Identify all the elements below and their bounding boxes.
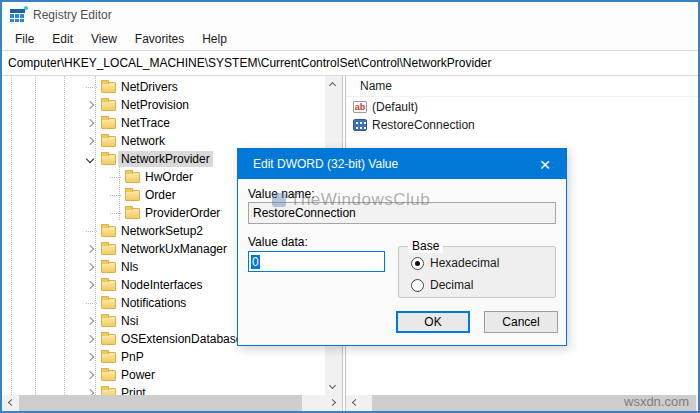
folder-icon bbox=[101, 280, 116, 291]
base-group-label: Base bbox=[408, 239, 443, 253]
folder-icon bbox=[101, 334, 116, 345]
folder-icon bbox=[101, 370, 116, 381]
dialog-title: Edit DWORD (32-bit) Value bbox=[238, 157, 398, 171]
window-border-top bbox=[0, 0, 700, 2]
scroll-right-arrow[interactable] bbox=[326, 395, 342, 411]
tree-item[interactable]: NetDrivers bbox=[2, 78, 325, 96]
expand-chevron-icon[interactable] bbox=[84, 350, 99, 364]
registry-editor-window: Registry Editor FileEditViewFavoritesHel… bbox=[0, 0, 700, 413]
tree-item-label: PnP bbox=[118, 349, 147, 365]
expand-chevron-icon[interactable] bbox=[84, 278, 99, 292]
expand-chevron-icon[interactable] bbox=[108, 188, 123, 202]
value-row-restoreconnection[interactable]: RestoreConnection bbox=[346, 116, 698, 134]
value-data-label: Value data: bbox=[248, 235, 308, 249]
scroll-left-arrow[interactable] bbox=[346, 395, 362, 411]
tree-item-label: HwOrder bbox=[142, 169, 196, 185]
expand-chevron-icon[interactable] bbox=[84, 116, 99, 130]
folder-icon bbox=[101, 154, 116, 165]
cancel-button[interactable]: Cancel bbox=[484, 311, 558, 333]
expand-chevron-icon[interactable] bbox=[108, 206, 123, 220]
registry-editor-app-icon bbox=[10, 9, 25, 22]
selected-text: 0 bbox=[251, 255, 260, 269]
tree-horizontal-scrollbar[interactable] bbox=[2, 395, 342, 411]
radio-icon bbox=[411, 279, 424, 292]
menu-item[interactable]: File bbox=[6, 29, 43, 49]
scroll-up-arrow[interactable] bbox=[325, 76, 341, 92]
tree-item-label: Power bbox=[118, 367, 158, 383]
tree-item-label: NetProvision bbox=[118, 97, 192, 113]
tree-item-label: OSExtensionDatabase bbox=[118, 331, 245, 347]
expand-chevron-icon[interactable] bbox=[84, 260, 99, 274]
tree-item-label: NetTrace bbox=[118, 115, 173, 131]
folder-icon bbox=[125, 190, 140, 201]
window-title: Registry Editor bbox=[33, 8, 112, 22]
expand-chevron-icon[interactable] bbox=[84, 314, 99, 328]
hexadecimal-radio-label: Hexadecimal bbox=[430, 256, 499, 270]
dialog-title-bar: Edit DWORD (32-bit) Value × bbox=[238, 149, 566, 179]
folder-icon bbox=[101, 316, 116, 327]
string-value-icon: ab bbox=[353, 101, 367, 113]
tree-item[interactable]: PnP bbox=[2, 348, 325, 366]
ok-button[interactable]: OK bbox=[396, 311, 470, 333]
radio-icon bbox=[411, 257, 424, 270]
expand-chevron-icon[interactable] bbox=[84, 368, 99, 382]
registry-path: Computer\HKEY_LOCAL_MACHINE\SYSTEM\Curre… bbox=[8, 56, 492, 70]
tree-item-label: NetworkUxManager bbox=[118, 241, 230, 257]
scrollbar-thumb[interactable] bbox=[372, 395, 696, 411]
expand-chevron-icon[interactable] bbox=[84, 332, 99, 346]
name-column-header[interactable]: Name bbox=[346, 76, 698, 97]
tree-item-label: Nsi bbox=[118, 313, 141, 329]
value-name-field[interactable]: RestoreConnection bbox=[248, 202, 556, 224]
expand-chevron-icon[interactable] bbox=[108, 170, 123, 184]
menu-item[interactable]: Favorites bbox=[126, 29, 193, 49]
tree-item[interactable]: Power bbox=[2, 366, 325, 384]
folder-icon bbox=[101, 100, 116, 111]
tree-item[interactable]: NetProvision bbox=[2, 96, 325, 114]
base-groupbox: Base Hexadecimal Decimal bbox=[398, 246, 556, 298]
folder-icon bbox=[125, 208, 140, 219]
tree-item-label: NetworkProvider bbox=[118, 151, 213, 167]
value-name-label: Value name: bbox=[248, 187, 315, 201]
folder-icon bbox=[101, 352, 116, 363]
window-border-left bbox=[0, 0, 2, 413]
folder-icon bbox=[101, 82, 116, 93]
close-icon[interactable]: × bbox=[524, 149, 566, 179]
name-column-label: Name bbox=[360, 79, 392, 93]
scroll-left-arrow[interactable] bbox=[2, 395, 18, 411]
value-name: (Default) bbox=[372, 100, 418, 114]
tree-item-label: NetDrivers bbox=[118, 79, 181, 95]
scroll-down-arrow[interactable] bbox=[325, 379, 341, 395]
expand-chevron-icon[interactable] bbox=[84, 134, 99, 148]
menu-item[interactable]: Edit bbox=[43, 29, 82, 49]
scrollbar-thumb[interactable] bbox=[19, 395, 302, 411]
expand-chevron-icon[interactable] bbox=[84, 296, 99, 310]
value-row-default[interactable]: ab (Default) bbox=[346, 98, 698, 116]
hexadecimal-radio[interactable]: Hexadecimal bbox=[411, 256, 499, 270]
value-name-text: RestoreConnection bbox=[253, 206, 356, 220]
dialog-body: Value name: RestoreConnection Value data… bbox=[238, 179, 566, 345]
folder-icon bbox=[101, 136, 116, 147]
value-data-input[interactable]: 0 bbox=[248, 251, 385, 272]
folder-icon bbox=[101, 298, 116, 309]
tree-item-label: NodeInterfaces bbox=[118, 277, 205, 293]
expand-chevron-icon[interactable] bbox=[84, 80, 99, 94]
menu-item[interactable]: View bbox=[82, 29, 126, 49]
tree-item-label: Notifications bbox=[118, 295, 189, 311]
tree-item[interactable]: NetTrace bbox=[2, 114, 325, 132]
edit-dword-dialog: Edit DWORD (32-bit) Value × Value name: … bbox=[237, 148, 567, 346]
values-horizontal-scrollbar[interactable] bbox=[346, 395, 698, 411]
folder-icon bbox=[101, 226, 116, 237]
expand-chevron-icon[interactable] bbox=[84, 152, 99, 166]
title-bar: Registry Editor bbox=[2, 2, 698, 28]
expand-chevron-icon[interactable] bbox=[84, 224, 99, 238]
tree-item-label: ProviderOrder bbox=[142, 205, 223, 221]
folder-icon bbox=[125, 172, 140, 183]
value-name: RestoreConnection bbox=[372, 118, 475, 132]
tree-item-label: Network bbox=[118, 133, 168, 149]
decimal-radio[interactable]: Decimal bbox=[411, 278, 473, 292]
expand-chevron-icon[interactable] bbox=[84, 98, 99, 112]
menu-item[interactable]: Help bbox=[193, 29, 236, 49]
expand-chevron-icon[interactable] bbox=[84, 242, 99, 256]
tree-item-label: Nls bbox=[118, 259, 141, 275]
address-bar-input[interactable]: Computer\HKEY_LOCAL_MACHINE\SYSTEM\Curre… bbox=[2, 50, 698, 76]
